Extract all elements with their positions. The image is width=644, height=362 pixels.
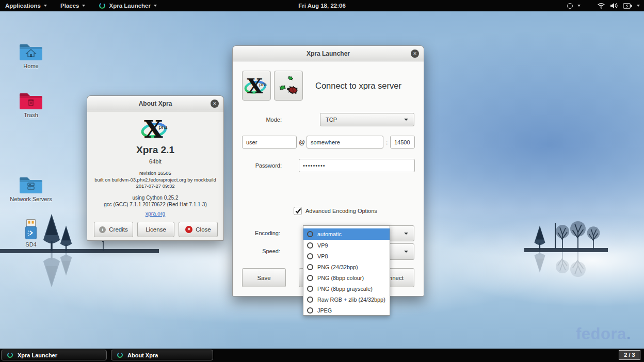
battery-icon[interactable] xyxy=(623,3,632,9)
bottom-taskbar: Xpra Launcher About Xpra 2 / 3 xyxy=(0,349,644,362)
checkmark-icon xyxy=(295,207,302,215)
host-input[interactable] xyxy=(307,136,383,149)
encoding-label: Encoding: xyxy=(233,230,280,236)
port-input[interactable] xyxy=(390,136,415,149)
launcher-titlebar[interactable]: Xpra Launcher ✕ xyxy=(233,46,424,61)
fedora-logo-dot: . xyxy=(626,325,631,343)
chevron-down-icon[interactable] xyxy=(637,5,640,7)
wifi-icon[interactable] xyxy=(597,3,605,9)
top-panel: Applications Places Xpra Launcher Fri Au… xyxy=(0,0,644,11)
chevron-down-icon xyxy=(404,119,408,121)
close-window-icon[interactable]: ✕ xyxy=(211,100,219,108)
at-symbol: @ xyxy=(299,139,305,146)
desktop-icon-label: Network Servers xyxy=(9,196,53,202)
encoding-dropdown-popup: automatic VP9 VP8 PNG (24/32bpp) PNG (8b… xyxy=(303,225,390,316)
advanced-options-checkbox[interactable] xyxy=(294,207,302,215)
menu-places[interactable]: Places xyxy=(60,0,85,11)
password-input[interactable] xyxy=(299,159,415,172)
credits-button-label: Credits xyxy=(109,226,127,233)
build-info: revision 16505 built on buildvm-03.phx2.… xyxy=(87,170,223,190)
desktop-icon-label: SD4 xyxy=(14,241,47,248)
menu-label: Xpra Launcher xyxy=(109,3,151,9)
chevron-down-icon xyxy=(44,5,47,7)
window-title: About Xpra xyxy=(139,100,172,107)
license-button[interactable]: License xyxy=(137,222,174,237)
advanced-options-label: Advanced Encoding Options xyxy=(305,208,377,214)
radio-icon xyxy=(307,297,313,303)
volume-icon[interactable] xyxy=(610,3,618,9)
encoding-option[interactable]: VP8 xyxy=(303,251,390,261)
about-xpra-window: About Xpra ✕ Xpra 2.1 64bit revision 165… xyxy=(87,95,224,241)
encoding-option[interactable]: PNG (8bpp colour) xyxy=(303,272,390,283)
radio-icon xyxy=(307,253,313,259)
build-date: 2017-07-27 09:32 xyxy=(87,183,223,190)
encoding-option[interactable]: VP9 xyxy=(303,240,390,251)
desktop-icon-network-servers[interactable]: Network Servers xyxy=(9,174,53,202)
about-titlebar[interactable]: About Xpra ✕ xyxy=(87,96,223,111)
usb-drive-icon xyxy=(24,219,38,240)
debug-bugs-button[interactable] xyxy=(274,71,303,101)
compiler-info: using Cython 0.25.2 gcc (GCC) 7.1.1 2017… xyxy=(87,194,223,208)
encoding-option[interactable]: PNG (8bpp grayscale) xyxy=(303,283,390,294)
xpra-logo-button[interactable] xyxy=(242,71,271,101)
desktop-icon-label: Trash xyxy=(13,112,49,118)
taskbar-window-label: About Xpra xyxy=(127,352,158,358)
chevron-down-icon xyxy=(154,5,157,7)
desktop-icon-sd4[interactable]: SD4 xyxy=(14,219,47,248)
encoding-option-label: automatic xyxy=(317,231,342,237)
encoding-option[interactable]: Raw RGB + zlib (24/32bpp) xyxy=(303,294,390,305)
status-circle-icon[interactable] xyxy=(567,3,573,9)
window-title: Xpra Launcher xyxy=(307,50,350,57)
desktop-screen: X pra xyxy=(0,0,644,362)
save-button[interactable]: Save xyxy=(242,268,286,287)
home-icon xyxy=(25,48,37,58)
desktop-icon-home[interactable]: Home xyxy=(13,41,49,69)
close-window-icon[interactable]: ✕ xyxy=(411,50,419,58)
radio-icon xyxy=(307,231,313,237)
encoding-option-label: VP9 xyxy=(317,242,328,249)
xpra-spinner-icon xyxy=(117,352,123,358)
username-input[interactable] xyxy=(242,136,297,149)
website-link[interactable]: xpra.org xyxy=(146,210,166,217)
encoding-option-label: PNG (8bpp grayscale) xyxy=(317,286,373,292)
encoding-option[interactable]: automatic xyxy=(303,228,390,240)
dialog-heading: Connect to xpra server xyxy=(315,81,401,91)
save-button-label: Save xyxy=(257,275,270,281)
desktop-icon-trash[interactable]: Trash xyxy=(13,90,49,118)
taskbar-window-xpra-launcher[interactable]: Xpra Launcher xyxy=(1,350,107,360)
chevron-down-icon[interactable] xyxy=(577,5,581,7)
menu-xpra-launcher[interactable]: Xpra Launcher xyxy=(99,0,157,11)
xpra-logo xyxy=(244,74,269,97)
xpra-logo xyxy=(139,114,171,142)
encoding-option[interactable]: PNG (24/32bpp) xyxy=(303,261,390,272)
cython-version: using Cython 0.25.2 xyxy=(87,194,223,201)
credits-button[interactable]: i Credits xyxy=(94,222,133,237)
radio-icon xyxy=(307,264,313,270)
xpra-spinner-icon xyxy=(99,2,106,9)
build-revision: revision 16505 xyxy=(87,170,223,177)
taskbar-window-about-xpra[interactable]: About Xpra xyxy=(111,350,213,360)
password-label: Password: xyxy=(233,162,282,169)
server-icon xyxy=(25,181,37,191)
radio-icon xyxy=(307,286,313,292)
speed-label: Speed: xyxy=(233,248,280,254)
app-name: Xpra 2.1 xyxy=(87,144,223,156)
trash-icon xyxy=(25,97,37,107)
app-arch: 64bit xyxy=(87,158,223,164)
bugs-icon xyxy=(277,74,300,97)
info-icon: i xyxy=(99,226,106,233)
menu-applications[interactable]: Applications xyxy=(5,0,47,11)
menu-label: Applications xyxy=(5,3,41,9)
encoding-option-label: Raw RGB + zlib (24/32bpp) xyxy=(317,297,385,303)
encoding-option[interactable]: JPEG xyxy=(303,305,390,316)
website-link-row: xpra.org xyxy=(87,210,223,217)
colon-symbol: : xyxy=(386,139,388,146)
mode-value: TCP xyxy=(320,117,404,123)
license-button-label: License xyxy=(146,226,166,233)
encoding-option-label: JPEG xyxy=(317,307,332,314)
clock[interactable]: Fri Aug 18, 22:06 xyxy=(298,0,346,11)
workspace-indicator[interactable]: 2 / 3 xyxy=(619,350,640,360)
close-button-label: Close xyxy=(196,226,211,233)
mode-select[interactable]: TCP xyxy=(320,113,414,126)
close-button[interactable]: ✕ Close xyxy=(179,222,218,237)
